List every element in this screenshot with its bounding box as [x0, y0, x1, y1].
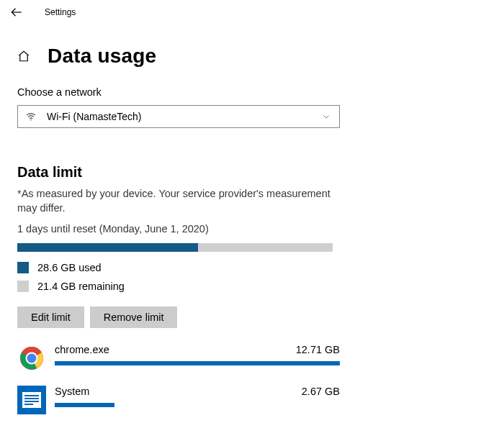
app-title: Settings [45, 7, 76, 17]
legend-remaining: 21.4 GB remaining [17, 281, 487, 292]
network-selected: Wi-Fi (NamasteTech) [47, 111, 141, 122]
app-usage-list: chrome.exe 12.71 GB [17, 344, 487, 414]
app-bar-track [55, 403, 340, 407]
app-bar-fill [55, 403, 114, 407]
limit-progress-track [17, 243, 333, 252]
chrome-icon [17, 344, 46, 373]
app-bar-fill [55, 361, 340, 365]
limit-disclaimer: *As measured by your device. Your servic… [17, 186, 340, 216]
page-title: Data usage [48, 45, 156, 68]
limit-progress-fill [17, 243, 198, 252]
legend-used-swatch [17, 262, 29, 273]
legend-remaining-text: 21.4 GB remaining [37, 281, 125, 292]
page-header: Data usage [17, 45, 487, 68]
home-icon[interactable] [17, 50, 32, 63]
app-usage: 2.67 GB [302, 386, 340, 397]
app-row: System 2.67 GB [17, 386, 340, 414]
data-limit-heading: Data limit [17, 164, 487, 181]
svg-rect-10 [24, 401, 39, 402]
app-row: chrome.exe 12.71 GB [17, 344, 340, 373]
app-name: System [55, 386, 89, 397]
svg-rect-11 [24, 404, 33, 405]
wifi-icon [25, 111, 38, 122]
svg-point-5 [27, 353, 37, 363]
svg-point-1 [30, 119, 31, 120]
app-name: chrome.exe [55, 344, 109, 355]
limit-reset-text: 1 days until reset (Monday, June 1, 2020… [17, 223, 487, 235]
chevron-down-icon [322, 112, 330, 121]
remove-limit-button[interactable]: Remove limit [90, 306, 178, 328]
app-usage: 12.71 GB [296, 344, 340, 355]
svg-rect-7 [22, 392, 41, 408]
network-label: Choose a network [17, 86, 487, 98]
network-select[interactable]: Wi-Fi (NamasteTech) [17, 105, 340, 128]
titlebar: Settings [0, 0, 504, 24]
svg-rect-8 [24, 395, 39, 396]
system-icon [17, 386, 46, 414]
legend-used: 28.6 GB used [17, 262, 487, 273]
edit-limit-button[interactable]: Edit limit [17, 306, 84, 328]
back-icon[interactable] [10, 6, 23, 19]
legend-remaining-swatch [17, 281, 29, 292]
svg-rect-9 [24, 398, 39, 399]
legend-used-text: 28.6 GB used [37, 262, 102, 273]
app-bar-track [55, 361, 340, 365]
